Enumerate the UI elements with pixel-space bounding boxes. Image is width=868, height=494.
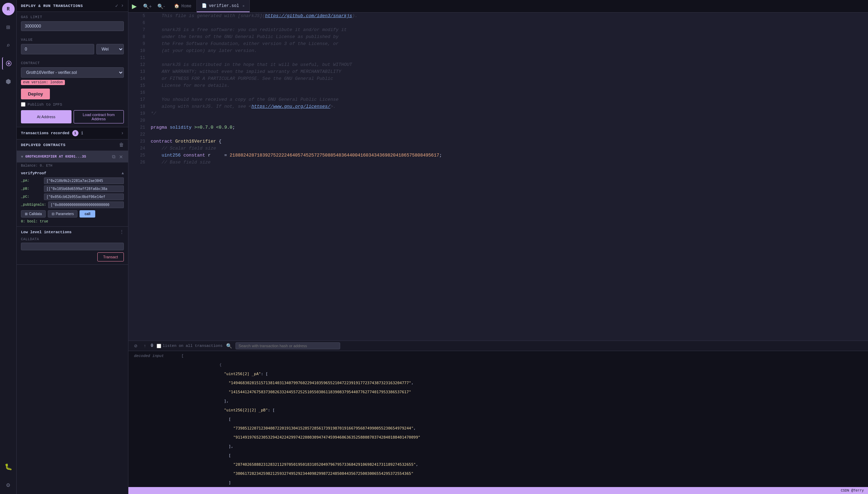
code-line-22: 22 [128, 131, 868, 138]
file-tab-label: verifier.sol [209, 3, 239, 8]
plugin-icon[interactable]: ⬢ [2, 75, 15, 88]
top-bar: ▶ 🔍+ 🔍- 🏠 Home 📄 verifier.sol ✕ [128, 0, 868, 13]
code-editor[interactable]: 5 This file is generated with [snarkJS](… [128, 13, 868, 341]
code-line-14: 14 or FITNESS FOR A PARTICULAR PURPOSE. … [128, 75, 868, 82]
copy-address-button[interactable]: ⧉ [111, 153, 116, 160]
listen-checkbox-row: listen on all transactions [157, 344, 223, 348]
decoded-input-row: decoded input [ { "uint256[2] _pA": [ "1… [134, 354, 862, 487]
value-input[interactable] [21, 44, 94, 54]
address-buttons: At Address Load contract from Address [21, 110, 124, 123]
dots-menu-icon[interactable]: ⋮ [120, 229, 124, 235]
search-icon[interactable]: ⌕ [2, 39, 15, 52]
value-unit-select[interactable]: Wei Gwei Finney Ether [96, 44, 124, 54]
low-level-header: Low level interactions ⋮ [21, 229, 124, 235]
scroll-up-button[interactable]: ↑ [142, 343, 147, 349]
gas-limit-input[interactable] [21, 21, 124, 31]
clear-output-button[interactable]: ⊘ [133, 343, 139, 349]
param-pb-label: _pB: [21, 187, 42, 191]
settings-icon[interactable]: ⚙ [2, 479, 15, 491]
low-level-title: Low level interactions [21, 230, 72, 234]
info-icon[interactable]: ℹ [81, 131, 83, 136]
fn-name: verifyProof [21, 171, 46, 175]
debug-icon[interactable]: 🐛 [2, 461, 15, 473]
call-button[interactable]: call [80, 210, 95, 218]
status-bar: CSDN @Terry [128, 487, 868, 494]
load-contract-button[interactable]: Load contract from Address [74, 110, 124, 123]
low-level-section: Low level interactions ⋮ CALLDATA Transa… [17, 226, 128, 264]
run-button[interactable]: ▶ [128, 0, 140, 12]
decoded-input-label: decoded input [134, 354, 176, 487]
calldata-button[interactable]: ⊞ Calldata [21, 210, 46, 218]
listen-all-checkbox[interactable] [157, 344, 161, 348]
code-line-26: 26 // Base field size [128, 159, 868, 166]
call-result: 0: bool: true [21, 219, 124, 224]
deployed-contracts-header: Deployed Contracts 🗑 [17, 139, 128, 151]
publish-ipfs-row: Publish to IPFS [21, 102, 124, 107]
tx-count-badge: 1 [72, 130, 78, 136]
trash-icon[interactable]: 🗑 [119, 142, 124, 148]
code-line-16: 16 [128, 89, 868, 96]
deploy-icon[interactable] [2, 57, 15, 70]
zoom-out-button[interactable]: 🔍- [155, 0, 168, 12]
param-pb-input[interactable] [44, 185, 124, 192]
parameters-button[interactable]: ⊟ Parameters [48, 210, 78, 218]
calldata-input[interactable] [21, 243, 124, 250]
code-line-15: 15 License for more details. [128, 82, 868, 89]
param-row-pc: _pC: [21, 193, 124, 200]
zoom-in-button[interactable]: 🔍+ [140, 0, 155, 12]
code-line-10: 10 (at your option) any later version. [128, 47, 868, 54]
param-pa-input[interactable] [44, 177, 124, 184]
fn-chevron-icon[interactable]: ▲ [121, 171, 124, 175]
gas-limit-label: GAS LIMIT [21, 15, 124, 19]
chevron-right-icon[interactable]: › [121, 3, 124, 9]
remove-instance-button[interactable]: ✕ [118, 153, 124, 160]
contract-label: CONTRACT [21, 61, 124, 65]
tab-verifier-sol[interactable]: 📄 verifier.sol ✕ [197, 0, 250, 12]
publish-ipfs-checkbox[interactable] [21, 102, 25, 107]
code-line-21: 21 pragma solidity >=0.7.0 <0.9.0; [128, 124, 868, 131]
panel-header-icons: ✓ › [115, 3, 124, 9]
fn-section-title: verifyProof ▲ [21, 171, 124, 175]
search-tx-input[interactable] [235, 342, 340, 349]
tx-title: Transactions recorded 1 ℹ [21, 130, 83, 136]
files-icon[interactable]: ⊞ [2, 21, 15, 33]
tab-bar: 🏠 Home 📄 verifier.sol ✕ [169, 0, 250, 12]
code-line-18: 18 along with snarkJS. If not, see <http… [128, 103, 868, 110]
deploy-button[interactable]: Deploy [21, 89, 50, 99]
tx-recorded-label: Transactions recorded [21, 131, 69, 135]
contract-balance: Balance: 0. ETH [17, 162, 128, 169]
param-pubsignals-label: _pubSignals: [21, 203, 46, 207]
home-tab-label: Home [181, 4, 192, 9]
output-content[interactable]: decoded input [ { "uint256[2] _pA": [ "1… [128, 351, 868, 487]
instance-chevron-icon[interactable]: ▼ [21, 155, 23, 159]
code-line-20: 20 [128, 117, 868, 124]
tab-home[interactable]: 🏠 Home [169, 0, 197, 12]
contract-section: CONTRACT Groth16Verifier - verifier.sol … [17, 58, 128, 127]
status-bar-text: CSDN @Terry [841, 489, 864, 493]
output-toolbar: ⊘ ↑ 0 listen on all transactions 🔍 [128, 341, 868, 351]
param-row-pubsignals: _pubSignals: [21, 202, 124, 208]
code-line-7: 7 snarkJS is a free software: you can re… [128, 26, 868, 33]
tx-chevron-icon[interactable]: › [121, 130, 124, 136]
contract-select[interactable]: Groth16Verifier - verifier.sol [21, 67, 124, 78]
value-row: Wei Gwei Finney Ether [21, 44, 124, 54]
transact-button[interactable]: Transact [97, 252, 124, 261]
at-address-button[interactable]: At Address [21, 110, 72, 123]
param-pc-input[interactable] [44, 193, 124, 200]
search-tx-icon[interactable]: 🔍 [226, 343, 232, 349]
verify-proof-section: verifyProof ▲ _pA: _pB: _pC: _pubSignals… [17, 169, 128, 226]
deployed-contracts-title: Deployed Contracts [21, 143, 66, 147]
code-line-13: 13 ANY WARRANTY; without even the implie… [128, 68, 868, 75]
remix-logo[interactable]: R [2, 3, 15, 15]
param-row-pb: _pB: [21, 185, 124, 192]
svg-point-2 [8, 63, 9, 64]
param-pc-label: _pC: [21, 195, 42, 199]
left-panel: DEPLOY & RUN TRANSACTIONS ✓ › GAS LIMIT … [17, 0, 128, 494]
main-area: ▶ 🔍+ 🔍- 🏠 Home 📄 verifier.sol ✕ 5 This f… [128, 0, 868, 494]
editor-area: 5 This file is generated with [snarkJS](… [128, 13, 868, 487]
contract-instance-header: ▼ GROTH16VERIFIER AT 0XD91...3S ⧉ ✕ [17, 151, 128, 162]
code-line-8: 8 under the terms of the GNU General Pub… [128, 33, 868, 40]
param-pubsignals-input[interactable] [48, 202, 124, 208]
tab-close-icon[interactable]: ✕ [242, 4, 245, 8]
call-btn-row: ⊞ Calldata ⊟ Parameters call [21, 210, 124, 218]
